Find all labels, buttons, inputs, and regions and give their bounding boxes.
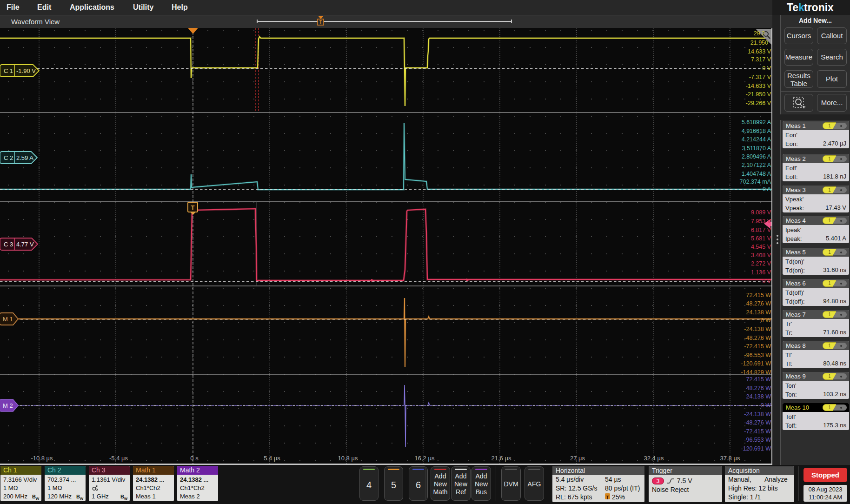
svg-text:4.916618 A: 4.916618 A [742, 128, 771, 134]
svg-text:-7.317 V: -7.317 V [749, 74, 771, 80]
svg-text:-48.276 W: -48.276 W [744, 335, 771, 341]
svg-text:T: T [191, 204, 195, 211]
svg-text:M 1: M 1 [3, 316, 13, 323]
svg-text:5.681 V: 5.681 V [751, 235, 771, 242]
svg-text:-48.276 W: -48.276 W [744, 419, 771, 426]
svg-text:16.2 µs: 16.2 µs [415, 455, 435, 462]
svg-text:1.136 V: 1.136 V [751, 269, 771, 276]
svg-text:29.2: 29.2 [754, 30, 765, 37]
svg-text:T: T [319, 20, 322, 25]
svg-text:M 2: M 2 [3, 402, 13, 409]
svg-text:-120.691 W: -120.691 W [741, 445, 771, 452]
svg-text:-96.553 W: -96.553 W [744, 352, 771, 358]
svg-text:48.276 W: 48.276 W [746, 300, 771, 307]
svg-text:-14.633 V: -14.633 V [746, 83, 771, 89]
svg-text:-10.8 µs: -10.8 µs [31, 455, 53, 462]
svg-text:C 2: C 2 [4, 154, 13, 161]
svg-text:-144.829 W: -144.829 W [741, 369, 771, 376]
svg-text:-1.90 V: -1.90 V [16, 67, 36, 74]
svg-text:tronix: tronix [804, 1, 834, 13]
svg-text:2.107122 A: 2.107122 A [742, 162, 771, 168]
svg-text:1.404748 A: 1.404748 A [742, 171, 771, 177]
svg-text:72.415 W: 72.415 W [746, 292, 771, 298]
svg-text:-72.415 W: -72.415 W [744, 428, 771, 435]
svg-text:2.809496 A: 2.809496 A [742, 153, 771, 160]
svg-text:-29.266 V: -29.266 V [746, 100, 771, 106]
svg-text:0 s: 0 s [190, 455, 199, 462]
svg-text:72.415 W: 72.415 W [746, 376, 771, 383]
svg-text:5.4 µs: 5.4 µs [264, 455, 280, 462]
svg-text:0 W: 0 W [761, 402, 771, 409]
svg-text:21.950: 21.950 [750, 40, 768, 46]
svg-text:4.545 V: 4.545 V [751, 244, 771, 250]
svg-text:-24.138 W: -24.138 W [744, 411, 771, 418]
svg-text:3.511870 A: 3.511870 A [742, 145, 771, 152]
svg-text:32.4 µs: 32.4 µs [644, 455, 664, 462]
svg-text:0 V: 0 V [762, 278, 771, 285]
svg-text:3.408 V: 3.408 V [751, 252, 771, 259]
svg-text:6.817 V: 6.817 V [751, 227, 771, 233]
svg-text:5.618992 A: 5.618992 A [742, 119, 771, 126]
svg-text:-21.950 V: -21.950 V [746, 91, 771, 98]
svg-text:21.6 µs: 21.6 µs [491, 455, 511, 462]
svg-text:-72.415 W: -72.415 W [744, 343, 771, 350]
svg-text:-96.553 W: -96.553 W [744, 437, 771, 443]
svg-text:0 A: 0 A [763, 186, 771, 192]
svg-text:4.77 V: 4.77 V [16, 241, 34, 248]
svg-text:48.276 W: 48.276 W [746, 385, 771, 391]
svg-text:4.214244 A: 4.214244 A [742, 136, 771, 143]
svg-text:24.138 W: 24.138 W [746, 309, 771, 316]
svg-text:24.138 W: 24.138 W [746, 393, 771, 400]
svg-text:0 W: 0 W [761, 317, 771, 324]
svg-text:2.59 A: 2.59 A [16, 154, 33, 161]
svg-text:27 µs: 27 µs [570, 455, 585, 462]
svg-text:2.272 V: 2.272 V [751, 260, 771, 267]
svg-text:7.317 V: 7.317 V [751, 56, 771, 63]
svg-text:702.374 mA: 702.374 mA [740, 179, 771, 185]
svg-text:10.8 µs: 10.8 µs [338, 455, 358, 462]
svg-text:0 V: 0 V [762, 65, 771, 72]
svg-text:-5.4 µs: -5.4 µs [109, 455, 128, 462]
svg-text:7.953 V: 7.953 V [751, 218, 771, 225]
svg-text:9.089 V: 9.089 V [751, 209, 771, 216]
svg-text:-24.138 W: -24.138 W [744, 326, 771, 332]
svg-text:37.8 µs: 37.8 µs [720, 455, 740, 462]
svg-text:Te: Te [787, 1, 798, 13]
svg-text:-120.691 W: -120.691 W [741, 360, 771, 367]
svg-text:C 1: C 1 [4, 67, 13, 74]
svg-text:C 3: C 3 [4, 241, 13, 248]
svg-text:14.633 V: 14.633 V [748, 48, 771, 55]
